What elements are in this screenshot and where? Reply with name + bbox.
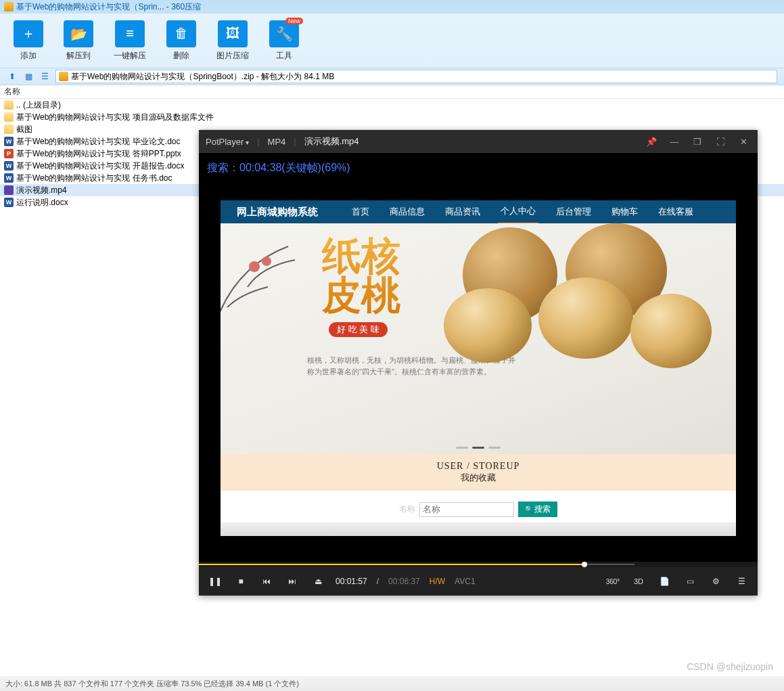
pin-icon[interactable]: 📌	[644, 134, 659, 149]
search-bar: 名称 搜索	[221, 491, 736, 522]
nav-item[interactable]: 在线客服	[655, 200, 696, 223]
path-box[interactable]: 基于Web的购物网站设计与实现（SpringBoot）.zip - 解包大小为 …	[55, 70, 777, 83]
file-name: 基于Web的购物网站设计与实现 毕业论文.doc	[16, 136, 180, 148]
delete-button[interactable]: 🗑删除	[166, 20, 196, 62]
tools-icon: 🔧	[269, 20, 299, 47]
player-titlebar: PotPlayer | MP4 | 演示视频.mp4 📌 — ❐ ⛶ ✕	[199, 130, 758, 153]
file-name: 演示视频.mp4	[16, 185, 67, 196]
fld-icon	[4, 112, 14, 122]
file-name: 截图	[16, 124, 32, 135]
svg-point-0	[249, 261, 260, 272]
nav-item[interactable]: 购物车	[609, 200, 641, 223]
view-list-icon[interactable]: ☰	[39, 71, 50, 82]
extract-icon: 📂	[64, 20, 93, 47]
doc-icon: W	[4, 137, 14, 146]
app-icon	[4, 2, 14, 12]
search-label: 名称	[399, 504, 415, 515]
carousel-dots[interactable]	[456, 447, 501, 449]
up-icon[interactable]: ⬆	[7, 71, 18, 82]
path-text: 基于Web的购物网站设计与实现（SpringBoot）.zip - 解包大小为 …	[71, 71, 334, 83]
nav-bar: ⬆ ▦ ☰ 基于Web的购物网站设计与实现（SpringBoot）.zip - …	[0, 68, 784, 85]
tools-label: 工具	[276, 50, 292, 62]
nav-item[interactable]: 后台管理	[553, 200, 594, 223]
player-menu[interactable]: PotPlayer	[206, 137, 249, 147]
ppt-icon: P	[4, 149, 14, 158]
hw-indicator: H/W	[430, 577, 445, 586]
search-button[interactable]: 搜索	[518, 501, 558, 517]
vr-button[interactable]: 360°	[605, 573, 621, 589]
3d-button[interactable]: 3D	[630, 573, 647, 589]
stop-button[interactable]: ■	[233, 573, 249, 589]
file-name: 基于Web的购物网站设计与实现 答辩PPT.pptx	[16, 148, 181, 160]
potplayer-window: PotPlayer | MP4 | 演示视频.mp4 📌 — ❐ ⛶ ✕ 搜索：…	[199, 130, 758, 596]
banner: 纸核皮桃 好 吃 美 味 核桃，又称胡桃，无核，为胡桃科植物。与扁桃、腰果、榛子…	[221, 223, 736, 454]
tools-button[interactable]: New🔧工具	[269, 20, 299, 62]
time-current: 00:01:57	[336, 577, 367, 586]
website-nav: 网上商城购物系统 首页商品信息商品资讯个人中心后台管理购物车在线客服	[221, 200, 736, 223]
subtitle-icon[interactable]: ▭	[682, 573, 698, 589]
delete-label: 删除	[173, 50, 189, 62]
extract-label: 解压到	[66, 50, 91, 62]
image-compress-button[interactable]: 🖼图片压缩	[216, 20, 249, 62]
search-input[interactable]	[419, 502, 514, 517]
zip-icon	[59, 72, 68, 81]
view-icons-icon[interactable]: ▦	[23, 71, 34, 82]
video-area[interactable]: 搜索：00:04:38(关键帧)(69%) 网上商城购物系统 首页商品信息商品资…	[199, 153, 758, 562]
maximize-icon[interactable]: ⛶	[713, 134, 728, 149]
playlist-icon[interactable]: 📄	[656, 573, 672, 589]
thumb-strip	[221, 522, 736, 536]
column-header[interactable]: 名称	[0, 85, 784, 99]
watermark: CSDN @shejizuopin	[687, 661, 773, 672]
main-toolbar: ＋添加 📂解压到 ≡一键解压 🗑删除 🖼图片压缩 New🔧工具	[0, 14, 784, 68]
menu-icon[interactable]: ☰	[733, 573, 750, 589]
add-label: 添加	[20, 50, 37, 62]
restore-icon[interactable]: ❐	[690, 134, 705, 149]
website-preview: 网上商城购物系统 首页商品信息商品资讯个人中心后台管理购物车在线客服 纸核皮桃 …	[221, 200, 736, 536]
new-badge: New	[285, 18, 303, 24]
file-name: .. (上级目录)	[16, 99, 61, 111]
walnut-image	[437, 223, 717, 438]
close-icon[interactable]: ✕	[736, 134, 751, 149]
fld-icon	[4, 100, 14, 110]
pause-button[interactable]: ❚❚	[207, 573, 223, 589]
ink-branch-decoration	[221, 226, 315, 334]
file-name: 运行说明.docx	[16, 197, 68, 208]
next-button[interactable]: ⏭	[284, 573, 300, 589]
seek-overlay: 搜索：00:04:38(关键帧)(69%)	[207, 161, 350, 175]
image-icon: 🖼	[218, 20, 248, 47]
nav-item[interactable]: 商品资讯	[442, 200, 483, 223]
image-label: 图片压缩	[216, 50, 249, 62]
nav-item[interactable]: 个人中心	[498, 200, 538, 224]
nav-item[interactable]: 商品信息	[387, 200, 428, 223]
nav-item[interactable]: 首页	[349, 200, 372, 223]
oneclick-label: 一键解压	[114, 50, 146, 62]
sep: |	[257, 137, 259, 147]
banner-title: 纸核皮桃	[322, 237, 400, 315]
file-name: 基于Web的购物网站设计与实现 任务书.doc	[16, 173, 172, 184]
player-filename: 演示视频.mp4	[304, 135, 359, 148]
progress-bar[interactable]	[199, 562, 758, 567]
minimize-icon[interactable]: —	[667, 134, 682, 149]
website-brand: 网上商城购物系统	[237, 206, 318, 219]
time-duration: 00:06:37	[388, 577, 420, 586]
oneclick-icon: ≡	[115, 20, 145, 47]
status-bar: 大小: 61.8 MB 共 837 个文件和 177 个文件夹 压缩率 73.5…	[0, 676, 784, 691]
window-titlebar: 基于Web的购物网站设计与实现（Sprin... - 360压缩	[0, 0, 784, 14]
add-button[interactable]: ＋添加	[14, 20, 43, 62]
settings-icon[interactable]: ⚙	[708, 573, 724, 589]
player-controls: ❚❚ ■ ⏮ ⏭ ⏏ 00:01:57 / 00:06:37 H/W AVC1 …	[199, 567, 758, 596]
storeup-cn: 我的收藏	[221, 472, 736, 484]
window-title: 基于Web的购物网站设计与实现（Sprin... - 360压缩	[16, 1, 201, 13]
prev-button[interactable]: ⏮	[258, 573, 275, 589]
one-click-extract-button[interactable]: ≡一键解压	[114, 20, 146, 62]
eject-button[interactable]: ⏏	[310, 573, 326, 589]
mp4-icon	[4, 185, 14, 195]
file-row[interactable]: .. (上级目录)	[0, 99, 784, 111]
storeup-header: USER / STOREUP 我的收藏	[221, 454, 736, 491]
file-name: 基于Web的购物网站设计与实现 项目源码及数据库文件	[16, 112, 214, 123]
codec-indicator: AVC1	[455, 577, 475, 586]
extract-to-button[interactable]: 📂解压到	[64, 20, 93, 62]
doc-icon: W	[4, 173, 14, 183]
file-row[interactable]: 基于Web的购物网站设计与实现 项目源码及数据库文件	[0, 111, 784, 123]
fld-icon	[4, 125, 14, 134]
